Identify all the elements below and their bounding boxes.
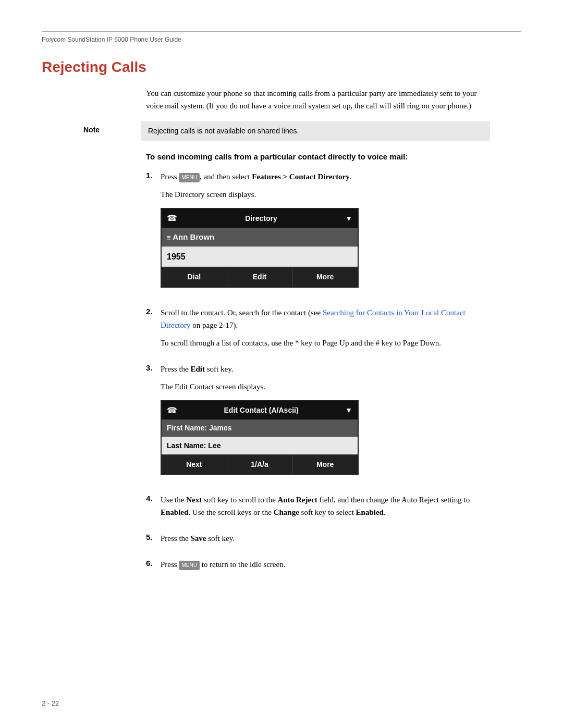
page-header: Polycom SoundStation IP 6000 Phone User … [42, 31, 521, 43]
step-3-suffix: soft key. [205, 365, 233, 373]
step-1-sub: The Directory screen displays. [161, 188, 490, 201]
step-3: 3. Press the Edit soft key. The Edit Con… [146, 363, 490, 486]
step-5-num: 5. [146, 532, 161, 541]
step-3-prefix: Press the [161, 365, 191, 373]
step-3-sub: The Edit Contact screen displays. [161, 380, 490, 393]
step-6-num: 6. [146, 558, 161, 567]
step-4-text: Use the Next soft key to scroll to the A… [161, 493, 490, 519]
menu-icon-2: MENU [179, 561, 199, 570]
step-1-prefix: Press [161, 172, 179, 181]
s4-m3: . Use the scroll keys or the [188, 508, 273, 516]
more-softkey-edit[interactable]: More [292, 455, 358, 474]
contact-name-row: ≡Ann Brown [162, 228, 358, 247]
step-1-suffix: , and then select [200, 172, 252, 181]
s4-b1: Next [186, 496, 202, 504]
s4-b5: Enabled [356, 508, 384, 516]
edit-softkeys: Next 1/A/a More [162, 454, 358, 474]
step-5: 5. Press the Save soft key. [146, 532, 490, 550]
menu-icon-1: MENU [179, 173, 199, 182]
step-2-text: Scroll to the contact. Or, search for th… [161, 306, 490, 331]
step-1-text: Press MENU, and then select Features > C… [161, 170, 490, 183]
contact-name: Ann Brown [173, 232, 214, 241]
note-box: Rejecting calls is not available on shar… [141, 121, 490, 141]
edit-softkey[interactable]: Edit [227, 267, 293, 286]
s5-suf: soft key. [206, 534, 235, 542]
step-5-text: Press the Save soft key. [161, 532, 490, 545]
directory-screen: ☎ Directory ▼ ≡Ann Brown 1955 Dial Edit … [161, 208, 359, 288]
s4-b3: Enabled [161, 508, 188, 516]
step-2-num: 2. [146, 306, 161, 316]
s6-p: Press [161, 560, 179, 569]
step-2-sub: To scroll through a list of contacts, us… [161, 337, 490, 349]
screen-header-directory: ☎ Directory ▼ [162, 209, 358, 228]
first-name-row: First Name: James [162, 419, 358, 437]
s6-suf: to return to the idle screen. [200, 560, 286, 569]
s4-b4: Change [274, 508, 299, 516]
step-2-ref: on page 2-17 [190, 321, 233, 329]
step-1-content: Press MENU, and then select Features > C… [161, 170, 490, 298]
step-3-content: Press the Edit soft key. The Edit Contac… [161, 363, 490, 486]
s4-m2: field, and then change the Auto Reject s… [317, 496, 470, 504]
s5-p: Press the [161, 534, 191, 542]
task-heading: To send incoming calls from a particular… [146, 152, 490, 161]
step-3-num: 3. [146, 363, 161, 372]
page-container: Polycom SoundStation IP 6000 Phone User … [0, 0, 563, 728]
step-6: 6. Press MENU to return to the idle scre… [146, 558, 490, 576]
breadcrumb: Polycom SoundStation IP 6000 Phone User … [42, 36, 181, 43]
section-title: Rejecting Calls [42, 59, 521, 76]
hash-icon: ≡ [167, 234, 170, 241]
directory-screen-content: ≡Ann Brown 1955 [162, 228, 358, 267]
step-2-content: Scroll to the contact. Or, search for th… [161, 306, 490, 354]
step-4-content: Use the Next soft key to scroll to the A… [161, 493, 490, 524]
step-3-edit-bold: Edit [191, 365, 205, 373]
phone-icon-edit: ☎ [167, 404, 177, 417]
step-1: 1. Press MENU, and then select Features … [146, 170, 490, 298]
dir-arrow: ▼ [345, 213, 352, 224]
note-row: Note Rejecting calls is not available on… [83, 121, 490, 141]
s4-p1: Use the [161, 496, 186, 504]
note-label: Note [83, 121, 141, 134]
last-name-row: Last Name: Lee [162, 437, 358, 454]
more-softkey-dir[interactable]: More [292, 267, 358, 286]
screen-header-edit: ☎ Edit Contact (A/Ascii) ▼ [162, 401, 358, 420]
s4-b2: Auto Reject [278, 496, 317, 504]
step-2: 2. Scroll to the contact. Or, search for… [146, 306, 490, 354]
dial-softkey[interactable]: Dial [162, 267, 227, 286]
edit-contact-title: Edit Contact (A/Ascii) [177, 404, 345, 416]
step-6-content: Press MENU to return to the idle screen. [161, 558, 490, 576]
step-5-content: Press the Save soft key. [161, 532, 490, 550]
edit-contact-screen: ☎ Edit Contact (A/Ascii) ▼ First Name: J… [161, 400, 359, 475]
contact-number-row: 1955 [162, 247, 358, 267]
s4-end: . [384, 508, 386, 516]
step-4-num: 4. [146, 493, 161, 503]
page-number: 2 - 22 [42, 699, 59, 707]
1aa-softkey[interactable]: 1/A/a [227, 455, 293, 474]
step-2-prefix: Scroll to the contact. Or, search for th… [161, 309, 323, 317]
step-4: 4. Use the Next soft key to scroll to th… [146, 493, 490, 524]
step-1-suffix2: . [350, 172, 352, 181]
edit-contact-content: First Name: James Last Name: Lee [162, 419, 358, 454]
step-2-suffix: ). [234, 321, 238, 329]
edit-arrow: ▼ [345, 404, 352, 416]
intro-paragraph: You can customize your phone so that inc… [146, 87, 490, 112]
s4-suf: soft key to select [299, 508, 356, 516]
s5-b: Save [191, 534, 206, 542]
step-6-text: Press MENU to return to the idle screen. [161, 558, 490, 571]
step-1-num: 1. [146, 170, 161, 180]
directory-title: Directory [177, 213, 345, 224]
next-softkey[interactable]: Next [162, 455, 227, 474]
content-body: You can customize your phone so that inc… [146, 87, 490, 576]
step-3-text: Press the Edit soft key. [161, 363, 490, 375]
s4-m1: soft key to scroll to the [202, 496, 277, 504]
phone-icon-dir: ☎ [167, 212, 177, 225]
directory-softkeys: Dial Edit More [162, 267, 358, 286]
page-footer: 2 - 22 [42, 699, 59, 707]
step-1-bold: Features > Contact Directory [252, 172, 350, 181]
